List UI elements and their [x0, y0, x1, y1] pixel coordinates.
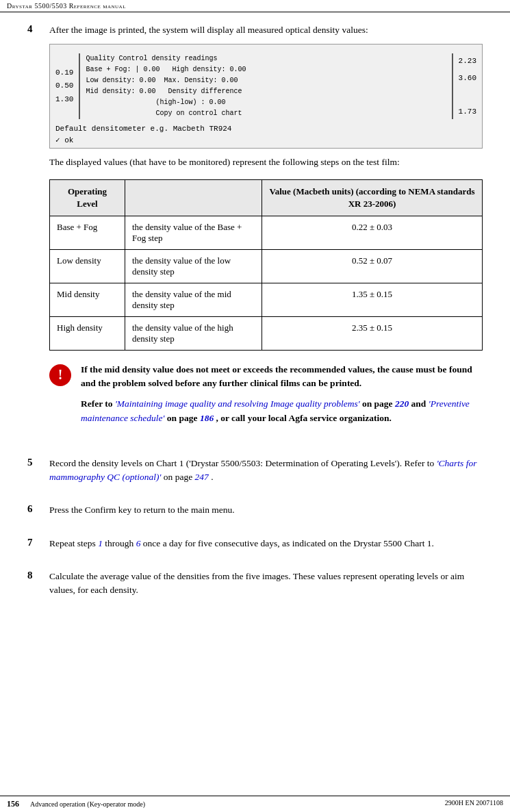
warning-link-1[interactable]: 'Maintaining image quality and resolving… — [115, 398, 360, 409]
step-5-text: Record the density levels on Chart 1 ('D… — [49, 457, 483, 492]
step-5-block: 5 Record the density levels on Chart 1 (… — [27, 457, 483, 492]
screen-right-values: 2.23 3.60 1.73 — [452, 53, 476, 119]
footer-right-text: 2900H EN 20071108 — [445, 799, 503, 809]
cell-value-0: 0.22 ± 0.03 — [262, 216, 483, 249]
cell-desc-3: the density value of the high density st… — [125, 316, 262, 350]
step-5-number: 5 — [27, 457, 42, 492]
warning-bold-text: If the mid density value does not meet o… — [81, 363, 483, 391]
step-4-number: 4 — [27, 23, 42, 444]
cell-level-2: Mid density — [50, 283, 125, 316]
table-row: Base + Fog the density value of the Base… — [50, 216, 483, 249]
step-7-number: 7 — [27, 537, 42, 557]
step-7-block: 7 Repeat steps 1 through 6 once a day fo… — [27, 537, 483, 557]
step-6-text: Press the Confirm key to return to the m… — [49, 503, 483, 524]
col-header-level: Operating Level — [50, 179, 125, 216]
page-header: Drystar 5500/5503 Reference manual — [0, 0, 510, 12]
warning-icon: ! — [49, 364, 71, 386]
cell-desc-2: the density value of the mid density ste… — [125, 283, 262, 316]
warning-box: ! If the mid density value does not meet… — [49, 363, 483, 432]
cell-value-1: 0.52 ± 0.07 — [262, 249, 483, 283]
screen-center: Quality Control density readings Base + … — [86, 53, 446, 119]
cell-level-1: Low density — [50, 249, 125, 283]
warning-page-1[interactable]: 220 — [395, 398, 409, 409]
warning-page-2[interactable]: 186 — [200, 413, 214, 423]
step-7-link2[interactable]: 6 — [136, 538, 141, 548]
step-4-post-text: The displayed values (that have to be mo… — [49, 155, 483, 169]
step-8-number: 8 — [27, 570, 42, 605]
page-footer: 156 Advanced operation (Key-operator mod… — [0, 796, 510, 812]
warning-content: If the mid density value does not meet o… — [81, 363, 483, 432]
step-4-text: After the image is printed, the system w… — [49, 23, 483, 444]
step-8-text: Calculate the average value of the densi… — [49, 570, 483, 605]
default-label: Default densitometer e.g. Macbeth TR924 — [55, 125, 476, 133]
col-header-description — [125, 179, 262, 216]
step-7-text: Repeat steps 1 through 6 once a day for … — [49, 537, 483, 557]
step-5-para: Record the density levels on Chart 1 ('D… — [49, 457, 483, 485]
warning-refer-text: Refer to 'Maintaining image quality and … — [81, 397, 483, 425]
footer-left-text: Advanced operation (Key-operator mode) — [30, 800, 145, 808]
table-row: High density the density value of the hi… — [50, 316, 483, 350]
step-7-link1[interactable]: 1 — [98, 538, 103, 548]
ok-label: ✓ ok — [55, 136, 476, 144]
step-6-para: Press the Confirm key to return to the m… — [49, 503, 483, 517]
header-title: Drystar 5500/5503 Reference manual — [7, 2, 126, 10]
step-4-intro: After the image is printed, the system w… — [49, 23, 483, 37]
step-4-block: 4 After the image is printed, the system… — [27, 23, 483, 444]
col-header-value: Value (Macbeth units) (according to NEMA… — [262, 179, 483, 216]
page-content: 4 After the image is printed, the system… — [0, 12, 510, 644]
cell-value-2: 1.35 ± 0.15 — [262, 283, 483, 316]
step-8-block: 8 Calculate the average value of the den… — [27, 570, 483, 605]
step-6-number: 6 — [27, 503, 42, 524]
step-6-block: 6 Press the Confirm key to return to the… — [27, 503, 483, 524]
screen-display: 0.19 0.50 1.30 Quality Control density r… — [49, 44, 483, 149]
table-row: Mid density the density value of the mid… — [50, 283, 483, 316]
cell-level-3: High density — [50, 316, 125, 350]
cell-desc-1: the density value of the low density ste… — [125, 249, 262, 283]
step-5-page[interactable]: 247 — [195, 472, 209, 482]
cell-level-0: Base + Fog — [50, 216, 125, 249]
screen-left-values: 0.19 0.50 1.30 — [55, 53, 80, 119]
table-row: Low density the density value of the low… — [50, 249, 483, 283]
step-8-para: Calculate the average value of the densi… — [49, 570, 483, 598]
density-table: Operating Level Value (Macbeth units) (a… — [49, 179, 483, 351]
step-7-para: Repeat steps 1 through 6 once a day for … — [49, 537, 483, 550]
page-number: 156 — [7, 799, 19, 809]
cell-desc-0: the density value of the Base + Fog step — [125, 216, 262, 249]
cell-value-3: 2.35 ± 0.15 — [262, 316, 483, 350]
